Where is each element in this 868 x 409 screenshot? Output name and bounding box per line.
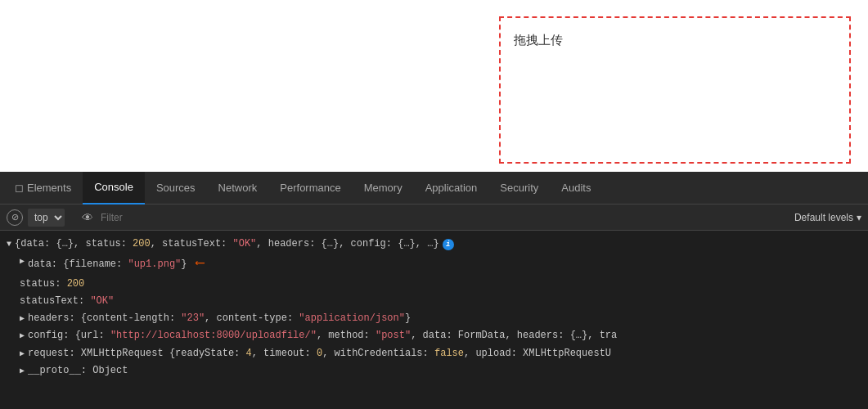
- orange-arrow-icon: ⟵: [196, 254, 205, 275]
- eye-icon[interactable]: 👁: [79, 209, 96, 226]
- clear-console-button[interactable]: ⊘: [7, 209, 23, 226]
- tab-elements[interactable]: ◻ Elements: [3, 172, 83, 204]
- tab-memory[interactable]: Memory: [353, 172, 414, 204]
- devtools-toolbar: ⊘ top 👁 Default levels ▾: [0, 204, 868, 231]
- console-line-0: ▼ {data: {…}, status: 200, statusText: "…: [7, 236, 861, 253]
- elements-icon: ◻: [15, 182, 24, 194]
- expand-arrow-1[interactable]: ▶: [20, 255, 25, 268]
- expand-arrow-4[interactable]: ▶: [20, 312, 25, 326]
- tab-performance[interactable]: Performance: [268, 172, 352, 204]
- top-area: 拖拽上传: [0, 0, 868, 172]
- tab-network[interactable]: Network: [207, 172, 269, 204]
- tab-application[interactable]: Application: [414, 172, 489, 204]
- chevron-down-icon: ▾: [857, 212, 861, 223]
- expand-arrow-0[interactable]: ▼: [7, 238, 11, 251]
- devtools-tabs: ◻ Elements Console Sources Network Perfo…: [0, 172, 868, 204]
- console-line-1: ▶ data: {filename: "up1.png"} ⟵: [7, 253, 861, 276]
- expand-arrow-6[interactable]: ▶: [20, 348, 25, 361]
- drop-zone-text: 拖拽上传: [514, 33, 563, 48]
- console-line-4: ▶ headers: {content-length: "23", conten…: [7, 310, 861, 327]
- tab-audits[interactable]: Audits: [550, 172, 602, 204]
- context-selector[interactable]: top: [28, 209, 65, 227]
- console-line-7: ▶ __proto__: Object: [7, 362, 861, 380]
- devtools-panel: ◻ Elements Console Sources Network Perfo…: [0, 172, 868, 409]
- default-levels-button[interactable]: Default levels ▾: [794, 212, 861, 223]
- console-line-2: status: 200: [7, 276, 861, 293]
- tab-sources[interactable]: Sources: [145, 172, 207, 204]
- console-line-3: statusText: "OK": [7, 293, 861, 310]
- expand-arrow-5[interactable]: ▶: [20, 330, 25, 343]
- expand-arrow-7[interactable]: ▶: [20, 365, 25, 378]
- tab-console[interactable]: Console: [83, 172, 145, 204]
- filter-input[interactable]: [101, 212, 248, 223]
- drop-zone[interactable]: 拖拽上传: [499, 16, 851, 164]
- console-output[interactable]: ▼ {data: {…}, status: 200, statusText: "…: [0, 231, 868, 409]
- console-line-5: ▶ config: {url: "http://localhost:8000/u…: [7, 327, 861, 344]
- console-line-6: ▶ request: XMLHttpRequest {readyState: 4…: [7, 345, 861, 362]
- tab-security[interactable]: Security: [488, 172, 550, 204]
